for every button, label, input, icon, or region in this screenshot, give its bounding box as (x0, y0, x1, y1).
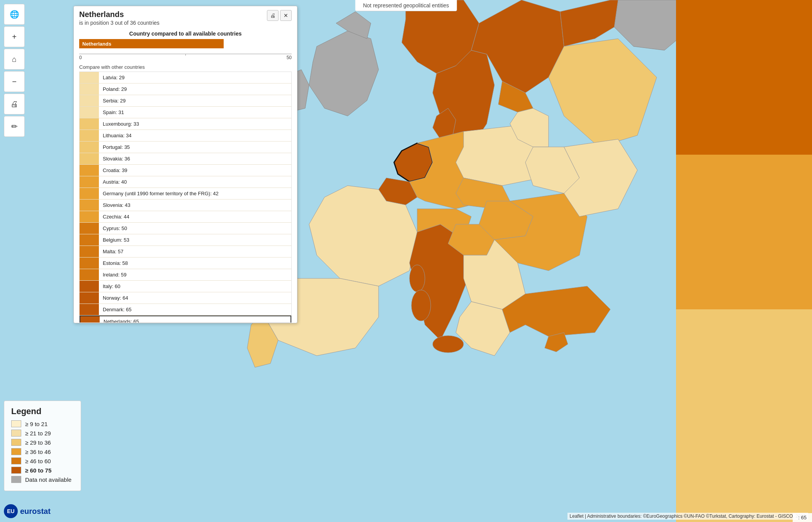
legend-item-label: Data not available (25, 476, 71, 483)
country-swatch (80, 281, 99, 292)
legend-title: Legend (11, 406, 74, 416)
legend-item: ≥ 9 to 21 (11, 420, 74, 427)
country-list-item[interactable]: Latvia: 29 (80, 72, 291, 84)
compare-section: Compare with other countries Latvia: 29 … (74, 63, 297, 323)
globe-icon: 🌐 (10, 10, 19, 19)
country-list-item[interactable]: Denmark: 65 (80, 304, 291, 316)
country-swatch (80, 258, 99, 269)
country-list-item[interactable]: Lithuania: 34 (80, 130, 291, 142)
chart-axis-min: 0 (79, 55, 82, 60)
country-swatch (80, 95, 99, 106)
country-name: Lithuania: 34 (99, 133, 131, 138)
country-list-item[interactable]: Cyprus: 50 (80, 223, 291, 234)
country-list-item[interactable]: Italy: 60 (80, 281, 291, 292)
globe-button[interactable]: 🌐 (4, 4, 25, 25)
country-list-item[interactable]: Norway: 64 (80, 292, 291, 304)
legend-item: ≥ 29 to 36 (11, 439, 74, 446)
country-name: Germany (until 1990 former territory of … (99, 191, 219, 196)
legend-swatch (11, 430, 21, 437)
country-list-item[interactable]: Slovenia: 43 (80, 200, 291, 211)
country-swatch (80, 269, 99, 280)
eurostat-icon: EU (4, 504, 18, 518)
country-list-item[interactable]: Portugal: 35 (80, 142, 291, 153)
edit-button[interactable]: ✏ (4, 116, 25, 137)
status-text: : 65 (798, 515, 807, 520)
country-swatch (80, 234, 99, 246)
print-icon: 🖨 (10, 100, 18, 109)
country-list-item[interactable]: Belgium: 53 (80, 234, 291, 246)
country-list-item[interactable]: Slovakia: 36 (80, 153, 291, 165)
home-button[interactable]: ⌂ (4, 49, 25, 70)
country-name: Poland: 29 (99, 86, 127, 92)
country-list-item[interactable]: Serbia: 29 (80, 95, 291, 107)
country-swatch (80, 188, 99, 199)
popup-header: Netherlands is in position 3 out of 36 c… (74, 6, 297, 27)
home-icon: ⌂ (12, 55, 17, 64)
legend-item: ≥ 60 to 75 (11, 467, 74, 474)
popup-close-icon: ✕ (284, 12, 288, 19)
country-list-item[interactable]: Austria: 40 (80, 176, 291, 188)
legend-swatch (11, 448, 21, 455)
eurostat-logo: EU eurostat (4, 504, 51, 518)
svg-rect-3 (676, 309, 812, 522)
country-swatch (80, 130, 99, 141)
country-name: Luxembourg: 33 (99, 121, 139, 127)
chart-bar-container: Netherlands (79, 39, 292, 53)
country-list-item[interactable]: Czechia: 44 (80, 211, 291, 223)
svg-point-6 (433, 336, 464, 353)
country-swatch (80, 211, 99, 222)
not-represented-banner[interactable]: Not represented geopolitical entities (355, 0, 457, 11)
not-represented-label: Not represented geopolitical entities (363, 2, 449, 9)
popup-actions: 🖨 ✕ (267, 10, 292, 21)
country-name: Cyprus: 50 (99, 225, 127, 231)
chart-bar-label: Netherlands (82, 41, 111, 47)
country-name: Spain: 31 (99, 109, 124, 115)
country-swatch (80, 246, 99, 257)
svg-point-5 (411, 290, 431, 321)
legend-swatch (11, 439, 21, 446)
country-list-item[interactable]: Poland: 29 (80, 84, 291, 95)
country-name: Denmark: 65 (99, 307, 131, 312)
toolbar: 🌐 + ⌂ − 🖨 ✏ (4, 4, 25, 137)
country-list-item[interactable]: Netherlands: 65 (80, 316, 291, 323)
country-list-item[interactable]: Croatia: 39 (80, 165, 291, 176)
legend-item-label: ≥ 21 to 29 (25, 430, 51, 437)
popup-title-block: Netherlands is in position 3 out of 36 c… (79, 10, 160, 26)
country-name: Austria: 40 (99, 179, 127, 185)
svg-point-4 (409, 265, 425, 292)
country-list-item[interactable]: Spain: 31 (80, 107, 291, 118)
country-popup: Netherlands is in position 3 out of 36 c… (73, 6, 297, 323)
country-list-item[interactable]: Germany (until 1990 former territory of … (80, 188, 291, 200)
svg-rect-1 (676, 0, 812, 155)
zoom-out-button[interactable]: − (4, 71, 25, 92)
print-map-button[interactable]: 🖨 (4, 94, 25, 114)
country-name: Serbia: 29 (99, 98, 126, 104)
country-name: Czechia: 44 (99, 214, 129, 220)
country-list-item[interactable]: Estonia: 58 (80, 258, 291, 269)
legend-items: ≥ 9 to 21 ≥ 21 to 29 ≥ 29 to 36 ≥ 36 to … (11, 420, 74, 483)
country-name: Latvia: 29 (99, 75, 124, 80)
legend-item-label: ≥ 9 to 21 (25, 421, 48, 427)
country-swatch (80, 153, 99, 164)
popup-close-button[interactable]: ✕ (280, 10, 292, 21)
country-swatch (80, 142, 99, 153)
legend-panel: Legend ≥ 9 to 21 ≥ 21 to 29 ≥ 29 to 36 ≥… (4, 401, 81, 491)
chart-axis-mid: 50 (287, 55, 292, 60)
country-list-item[interactable]: Luxembourg: 33 (80, 118, 291, 130)
country-list-item[interactable]: Malta: 57 (80, 246, 291, 258)
country-swatch (80, 72, 99, 83)
popup-print-icon: 🖨 (270, 12, 275, 19)
popup-subtitle: is in position 3 out of 36 countries (79, 20, 160, 26)
chart-title: Country compared to all available countr… (79, 31, 292, 37)
zoom-in-button[interactable]: + (4, 26, 25, 47)
country-list[interactable]: Latvia: 29 Poland: 29 Serbia: 29 Spain: … (79, 72, 292, 323)
country-name: Malta: 57 (99, 249, 123, 254)
country-swatch (80, 118, 99, 130)
country-list-item[interactable]: Ireland: 59 (80, 269, 291, 281)
popup-print-button[interactable]: 🖨 (267, 10, 279, 21)
country-swatch (80, 165, 99, 176)
country-name: Estonia: 58 (99, 260, 128, 266)
legend-item-label: ≥ 29 to 36 (25, 439, 51, 446)
attribution-bar: Leaflet | Administrative boundaries: ©Eu… (567, 513, 808, 520)
minus-icon: − (12, 77, 17, 86)
